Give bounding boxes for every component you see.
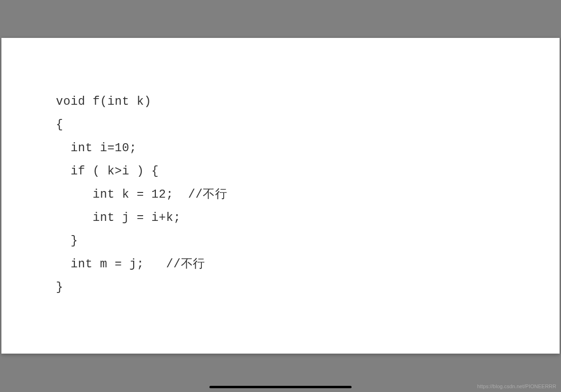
code-line: { (56, 118, 63, 132)
code-line: if ( k>i ) { (56, 164, 159, 178)
slide-page: void f(int k) { int i=10; if ( k>i ) { i… (1, 38, 560, 354)
home-indicator (209, 386, 352, 388)
code-line: int k = 12; //不行 (56, 188, 227, 201)
watermark-text: https://blog.csdn.net/PIONEERRR (477, 383, 556, 389)
code-line: void f(int k) (56, 95, 152, 109)
code-block: void f(int k) { int i=10; if ( k>i ) { i… (56, 90, 505, 299)
code-line: } (56, 281, 63, 294)
code-line: int j = i+k; (56, 211, 181, 225)
code-line: } (56, 234, 78, 248)
code-line: int m = j; //不行 (56, 257, 205, 271)
code-line: int i=10; (56, 141, 137, 155)
